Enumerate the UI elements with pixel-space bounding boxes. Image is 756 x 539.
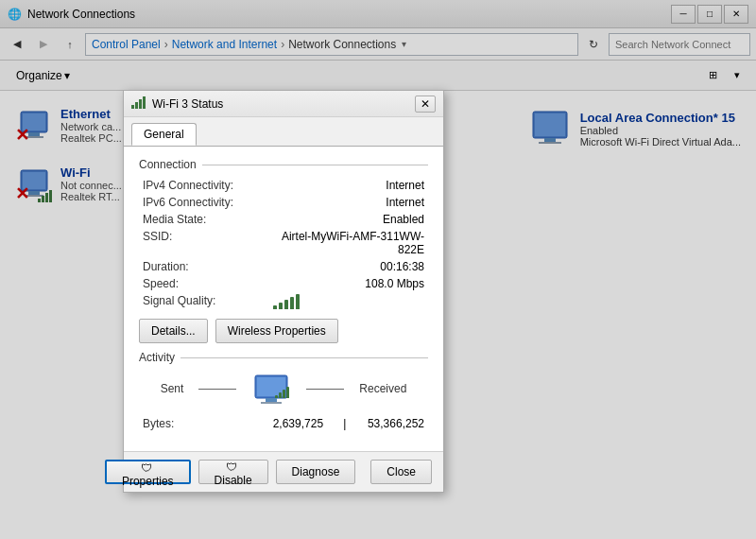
connection-table: IPv4 Connectivity: Internet IPv6 Connect… [139,177,428,311]
received-label: Received [359,382,406,395]
svg-rect-18 [139,99,142,109]
ipv4-label: IPv4 Connectivity: [139,177,269,194]
media-state-label: Media State: [139,211,269,228]
ssid-label: SSID: [139,228,269,258]
svg-rect-17 [135,102,138,109]
duration-row: Duration: 00:16:38 [139,258,428,275]
bytes-table: Bytes: 2,639,725 | 53,366,252 [139,413,428,432]
signal-bar-5 [296,294,300,309]
dialog-bottom-buttons: 🛡Properties 🛡Disable Diagnose Close [124,451,443,492]
connection-header: Connection [139,158,428,171]
ssid-value: Airtel-MyWiFi-AMF-311WW-822E [269,228,428,258]
svg-rect-19 [143,96,146,109]
signal-value [269,292,428,311]
close-button[interactable]: Close [370,460,432,484]
signal-bars [273,294,424,309]
ipv4-value: Internet [269,177,428,194]
properties-button[interactable]: 🛡Properties [105,460,191,484]
dialog-title-bar: Wi-Fi 3 Status ✕ [124,91,443,117]
sent-label: Sent [161,382,184,395]
general-tab[interactable]: General [131,123,197,146]
signal-label: Signal Quality: [139,292,269,311]
duration-value: 00:16:38 [269,258,428,275]
activity-visual: Sent [139,372,428,406]
speed-label: Speed: [139,275,269,292]
activity-header: Activity [139,351,428,364]
svg-rect-16 [131,105,134,109]
wifi-status-dialog: Wi-Fi 3 Status ✕ General Connection IPv4… [123,90,444,493]
received-bytes: 53,366,252 [350,413,428,432]
signal-bar-1 [273,305,277,309]
ssid-row: SSID: Airtel-MyWiFi-AMF-311WW-822E [139,228,428,258]
dialog-tabs: General [124,117,443,146]
connection-buttons: Details... Wireless Properties [139,319,428,343]
media-state-value: Enabled [269,211,428,228]
dialog-wifi-icon [131,96,146,109]
activity-computer-icon [251,372,291,406]
ipv6-value: Internet [269,194,428,211]
signal-bar-2 [279,303,283,309]
dialog-body: Connection IPv4 Connectivity: Internet I… [124,146,443,451]
signal-row: Signal Quality: [139,292,428,311]
disable-shield-icon: 🛡 [226,461,237,474]
svg-rect-23 [261,402,282,404]
activity-line [180,357,428,358]
dialog-title-text: Wi-Fi 3 Status [152,97,409,111]
ipv4-row: IPv4 Connectivity: Internet [139,177,428,194]
activity-section: Activity Sent [139,351,428,432]
signal-bar-4 [290,297,294,309]
dialog-title-icon [131,96,146,112]
speed-value: 108.0 Mbps [269,275,428,292]
diagnose-button[interactable]: Diagnose [276,460,356,484]
wireless-properties-button[interactable]: Wireless Properties [215,319,338,343]
received-line [306,389,344,390]
ipv6-label: IPv6 Connectivity: [139,194,269,211]
connection-line [202,165,428,165]
activity-signal-icon [275,385,289,398]
properties-shield-icon: 🛡 [141,461,152,475]
ipv6-row: IPv6 Connectivity: Internet [139,194,428,211]
svg-rect-22 [266,398,277,402]
sent-line [198,389,236,390]
sent-bytes: 2,639,725 [269,413,340,432]
details-button[interactable]: Details... [139,319,208,343]
bytes-divider: | [339,413,350,432]
bytes-label: Bytes: [139,413,269,432]
dialog-close-button[interactable]: ✕ [415,96,436,113]
duration-label: Duration: [139,258,269,275]
disable-button[interactable]: 🛡Disable [198,460,268,484]
speed-row: Speed: 108.0 Mbps [139,275,428,292]
bytes-row: Bytes: 2,639,725 | 53,366,252 [139,413,428,432]
media-state-row: Media State: Enabled [139,211,428,228]
signal-bar-3 [284,300,288,309]
